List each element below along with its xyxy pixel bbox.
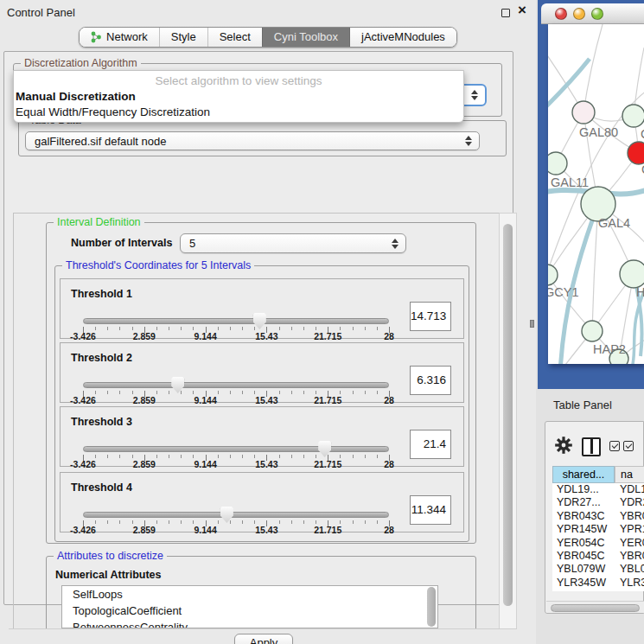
checkbox-icon[interactable]: [623, 441, 634, 451]
threshold-slider-track[interactable]: [83, 318, 389, 324]
combo-arrows-icon: [392, 235, 399, 252]
table-cell: YIL052C: [552, 590, 615, 591]
network-node-green[interactable]: [620, 260, 644, 288]
table-cell: YBR043C: [552, 510, 615, 523]
attribute-list-item[interactable]: SelfLoops: [62, 586, 437, 603]
table-cell: YBL079W: [552, 563, 615, 576]
dropdown-item-manual-discretization[interactable]: Manual Discretization: [14, 89, 463, 105]
table-cell: YPR145W: [552, 523, 615, 536]
slider-scale-label: 28: [384, 459, 394, 469]
number-of-intervals-label: Number of Intervals: [71, 237, 172, 249]
split-columns-icon[interactable]: [582, 437, 601, 456]
threshold-slider-track[interactable]: [83, 446, 389, 452]
tab-style[interactable]: Style: [159, 28, 207, 47]
network-graph: GAL80GAGAL11CGAL4GCY1HHAP2: [548, 24, 644, 364]
combo-arrows-icon: [471, 86, 478, 104]
network-canvas[interactable]: GAL80GAGAL11CGAL4GCY1HHAP2: [548, 24, 644, 364]
network-node-red[interactable]: [628, 142, 644, 164]
table-row[interactable]: YDL19...YDL1: [552, 483, 644, 496]
tab-label: Network: [106, 28, 148, 47]
discretization-algorithm-group-title: Discretization Algorithm: [21, 57, 141, 69]
panel-resize-grip[interactable]: [530, 320, 534, 328]
close-icon[interactable]: ×: [518, 2, 526, 19]
network-node-green[interactable]: [582, 321, 603, 341]
threshold-value-field[interactable]: 14.713: [410, 302, 451, 331]
number-of-intervals-select[interactable]: 5: [180, 233, 406, 253]
float-window-icon[interactable]: [501, 9, 510, 17]
interval-definition-title: Interval Definition: [54, 216, 144, 228]
slider-scale-label: 9.144: [194, 525, 216, 535]
dropdown-item-placeholder[interactable]: Select algorithm to view settings: [14, 73, 463, 89]
tab-network[interactable]: Network: [80, 28, 159, 47]
apply-row: Apply: [9, 628, 517, 644]
mac-close-icon[interactable]: [555, 8, 567, 20]
network-node-green[interactable]: [548, 152, 567, 175]
slider-scale-label: -3.426: [70, 395, 96, 405]
node-attribute-table[interactable]: shared...na YDL19...YDL1YDR27...YDR2YBR0…: [552, 466, 644, 591]
mac-zoom-icon[interactable]: [591, 8, 603, 20]
table-cell: YIL0: [615, 590, 644, 591]
numerical-attributes-list[interactable]: SelfLoopsTopologicalCoefficientBetweenne…: [61, 585, 438, 628]
slider-scale-label: 2.859: [133, 331, 156, 341]
tab-cyni-toolbox[interactable]: Cyni Toolbox: [262, 28, 349, 47]
table-row[interactable]: YIL052CYIL0: [552, 590, 644, 591]
toolbox-tabbar: NetworkStyleSelectCyni ToolboxjActiveMNo…: [0, 27, 536, 48]
network-node-green[interactable]: [622, 105, 644, 127]
threshold-label: Threshold 2: [71, 352, 132, 364]
table-row[interactable]: YPR145WYPR1: [552, 523, 644, 536]
table-rows: YDL19...YDL1YDR27...YDR2YBR043CYBR0YPR14…: [552, 483, 644, 591]
attributes-list-scrollbar[interactable]: [427, 587, 436, 627]
tab-jactivemnodules[interactable]: jActiveMNodules: [349, 28, 456, 47]
dropdown-item-equal-width-frequency[interactable]: Equal Width/Frequency Discretization: [14, 105, 463, 120]
network-edge: [583, 24, 605, 112]
table-row[interactable]: YBR045CYBR0: [552, 550, 644, 563]
checkbox-icon[interactable]: [609, 441, 620, 451]
slider-scale-label: 2.859: [133, 525, 156, 535]
slider-scale-label: -3.426: [70, 525, 96, 535]
network-node-pink[interactable]: [572, 101, 595, 124]
slider-scale-label: 9.144: [194, 331, 216, 341]
numerical-attributes-label: Numerical Attributes: [55, 569, 161, 581]
threshold-value-field[interactable]: 6.316: [410, 366, 451, 395]
network-node-green[interactable]: [548, 265, 558, 285]
table-cell: YDL19...: [552, 483, 615, 496]
network-icon: [91, 31, 102, 43]
network-window-titlebar[interactable]: [541, 3, 644, 24]
gear-icon[interactable]: [555, 437, 572, 454]
threshold-slider-track[interactable]: [83, 512, 389, 518]
threshold-slider-track[interactable]: [83, 382, 389, 388]
tab-select[interactable]: Select: [207, 28, 262, 47]
table-column-header[interactable]: na: [615, 466, 644, 483]
slider-scale-label: 28: [384, 395, 394, 405]
table-row[interactable]: YER054CYER0: [552, 537, 644, 550]
threshold-label: Threshold 1: [71, 288, 132, 300]
table-panel-title: Table Panel: [553, 399, 612, 411]
network-view-window[interactable]: GAL80GAGAL11CGAL4GCY1HHAP2: [538, 0, 644, 389]
slider-scale-label: 15.43: [255, 525, 277, 535]
slider-major-ticks: [83, 520, 391, 526]
apply-button[interactable]: Apply: [234, 634, 293, 644]
settings-scrollbar-track[interactable]: [499, 213, 517, 629]
attribute-list-item[interactable]: TopologicalCoefficient: [62, 603, 437, 619]
table-cell: YDL1: [615, 483, 644, 496]
table-hscrollbar-thumb[interactable]: [551, 604, 640, 612]
table-row[interactable]: YLR345WYLR3: [552, 577, 644, 590]
slider-major-ticks: [83, 391, 391, 397]
threshold-panel: Threshold 1-3.4262.8599.14415.4321.71528…: [60, 278, 464, 339]
table-hscrollbar-track[interactable]: [546, 601, 644, 613]
table-row[interactable]: YDR27...YDR2: [552, 496, 644, 509]
threshold-value-field[interactable]: 21.4: [410, 430, 451, 459]
table-column-header[interactable]: shared...: [552, 466, 615, 483]
table-row[interactable]: YBL079WYBL0: [552, 563, 644, 576]
mac-minimize-icon[interactable]: [573, 8, 585, 20]
threshold-value-field[interactable]: 11.344: [410, 495, 451, 525]
number-of-intervals-value: 5: [189, 237, 195, 250]
slider-scale-label: 21.715: [314, 395, 341, 405]
table-cell: YDR2: [615, 496, 644, 509]
table-data-select[interactable]: galFiltered.sif default node: [25, 131, 480, 150]
table-cell: YER0: [615, 537, 644, 550]
settings-scrollbar-thumb[interactable]: [503, 224, 513, 606]
network-node-label: GA: [641, 127, 644, 141]
attribute-list-item[interactable]: BetweennessCentrality: [62, 619, 437, 628]
table-row[interactable]: YBR043CYBR0: [552, 510, 644, 523]
